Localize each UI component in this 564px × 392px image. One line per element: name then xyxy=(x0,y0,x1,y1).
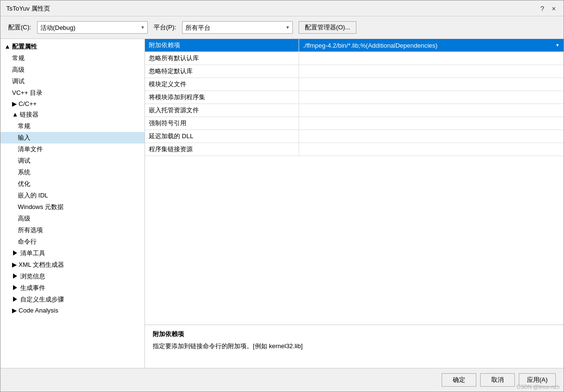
tree-item-linker-general[interactable]: 常规 xyxy=(0,120,144,132)
description-text: 指定要添加到链接命令行的附加项。[例如 kernel32.lib] xyxy=(153,341,556,351)
tree-item-xml-gen[interactable]: ▶ XML 文档生成器 xyxy=(0,259,144,271)
tree-item-linker-all-options[interactable]: 所有选项 xyxy=(0,224,144,236)
table-row[interactable]: 强制符号引用 xyxy=(145,117,564,130)
property-value xyxy=(299,52,564,65)
main-content: ▲ 配置属性常规高级调试VC++ 目录▶ C/C++▲ 链接器常规输入清单文件调… xyxy=(0,39,564,368)
property-list: 附加依赖项./ffmpeg-4.2/bin/*.lib;%(Additional… xyxy=(145,39,564,325)
dialog: TsToYuv 属性页 ? × 配置(C): 活动(Debug) 平台(P): … xyxy=(0,0,564,392)
tree-item-debug[interactable]: 调试 xyxy=(0,76,144,87)
confirm-button[interactable]: 确定 xyxy=(442,373,476,387)
tree-item-linker-system[interactable]: 系统 xyxy=(0,167,144,178)
right-panel: 附加依赖项./ffmpeg-4.2/bin/*.lib;%(Additional… xyxy=(145,39,564,368)
property-value xyxy=(299,78,564,91)
tree-item-config-props[interactable]: ▲ 配置属性 xyxy=(0,41,144,52)
help-button[interactable]: ? xyxy=(538,5,546,13)
table-row[interactable]: 忽略所有默认认库 xyxy=(145,52,564,65)
platform-select[interactable]: 所有平台 xyxy=(182,21,293,34)
title-bar-buttons: ? × xyxy=(538,5,558,13)
property-value xyxy=(299,91,564,104)
tree-item-advanced[interactable]: 高级 xyxy=(0,64,144,76)
property-value xyxy=(299,143,564,156)
property-name: 忽略所有默认认库 xyxy=(145,52,299,65)
property-value xyxy=(299,117,564,130)
table-row[interactable]: 延迟加载的 DLL xyxy=(145,130,564,143)
tree-item-build-events[interactable]: ▶ 生成事件 xyxy=(0,282,144,294)
tree-item-vc-dirs[interactable]: VC++ 目录 xyxy=(0,87,144,99)
tree-item-general[interactable]: 常规 xyxy=(0,52,144,64)
tree-item-custom-build[interactable]: ▶ 自定义生成步骤 xyxy=(0,294,144,305)
tree-item-linker-debug[interactable]: 调试 xyxy=(0,155,144,167)
tree-item-linker-embedded-idl[interactable]: 嵌入的 IDL xyxy=(0,190,144,201)
property-value xyxy=(299,130,564,143)
config-label: 配置(C): xyxy=(8,23,31,32)
table-row[interactable]: 嵌入托管资源文件 xyxy=(145,104,564,117)
config-row: 配置(C): 活动(Debug) 平台(P): 所有平台 配置管理器(O)... xyxy=(0,16,564,39)
property-name: 程序集链接资源 xyxy=(145,143,299,156)
config-manager-button[interactable]: 配置管理器(O)... xyxy=(299,21,357,34)
property-name: 附加依赖项 xyxy=(145,39,299,52)
close-button[interactable]: × xyxy=(550,5,558,13)
description-title: 附加依赖项 xyxy=(153,330,556,339)
property-name: 将模块添加到程序集 xyxy=(145,91,299,104)
title-bar: TsToYuv 属性页 ? × xyxy=(0,0,564,16)
property-name: 延迟加载的 DLL xyxy=(145,130,299,143)
cancel-button[interactable]: 取消 xyxy=(480,373,515,387)
property-name: 嵌入托管资源文件 xyxy=(145,104,299,117)
table-row[interactable]: 附加依赖项./ffmpeg-4.2/bin/*.lib;%(Additional… xyxy=(145,39,564,52)
table-row[interactable]: 忽略特定默认库 xyxy=(145,65,564,78)
platform-label: 平台(P): xyxy=(154,23,176,32)
table-row[interactable]: 将模块添加到程序集 xyxy=(145,91,564,104)
tree-item-code-analysis[interactable]: ▶ Code Analysis xyxy=(0,305,144,315)
config-select-wrapper[interactable]: 活动(Debug) xyxy=(37,21,148,34)
footer: 确定 取消 应用(A) xyxy=(0,368,564,392)
tree-item-linker-advanced[interactable]: 高级 xyxy=(0,213,144,224)
description-panel: 附加依赖项 指定要添加到链接命令行的附加项。[例如 kernel32.lib] xyxy=(145,325,564,368)
tree-item-linker-input[interactable]: 输入 xyxy=(0,132,144,144)
tree-item-linker-manifest[interactable]: 清单文件 xyxy=(0,144,144,155)
property-name: 忽略特定默认库 xyxy=(145,65,299,78)
tree-item-browse-info[interactable]: ▶ 浏览信息 xyxy=(0,271,144,282)
tree-panel: ▲ 配置属性常规高级调试VC++ 目录▶ C/C++▲ 链接器常规输入清单文件调… xyxy=(0,39,145,368)
tree-item-cpp[interactable]: ▶ C/C++ xyxy=(0,99,144,109)
platform-select-wrapper[interactable]: 所有平台 xyxy=(182,21,293,34)
property-value: ./ffmpeg-4.2/bin/*.lib;%(AdditionalDepen… xyxy=(299,39,564,52)
tree-item-linker-optimize[interactable]: 优化 xyxy=(0,178,144,190)
property-value xyxy=(299,65,564,78)
tree-item-linker-windows-meta[interactable]: Windows 元数据 xyxy=(0,201,144,213)
property-name: 强制符号引用 xyxy=(145,117,299,130)
dropdown-icon[interactable]: ▼ xyxy=(555,43,560,48)
tree-item-manifest-tool[interactable]: ▶ 清单工具 xyxy=(0,248,144,259)
config-select[interactable]: 活动(Debug) xyxy=(37,21,148,34)
property-value xyxy=(299,104,564,117)
tree-item-linker-cmdline[interactable]: 命令行 xyxy=(0,236,144,248)
watermark: CSDN @linux-nzh xyxy=(517,384,560,390)
dialog-title: TsToYuv 属性页 xyxy=(6,4,50,13)
table-row[interactable]: 模块定义文件 xyxy=(145,78,564,91)
tree-item-linker[interactable]: ▲ 链接器 xyxy=(0,109,144,120)
table-row[interactable]: 程序集链接资源 xyxy=(145,143,564,156)
property-name: 模块定义文件 xyxy=(145,78,299,91)
